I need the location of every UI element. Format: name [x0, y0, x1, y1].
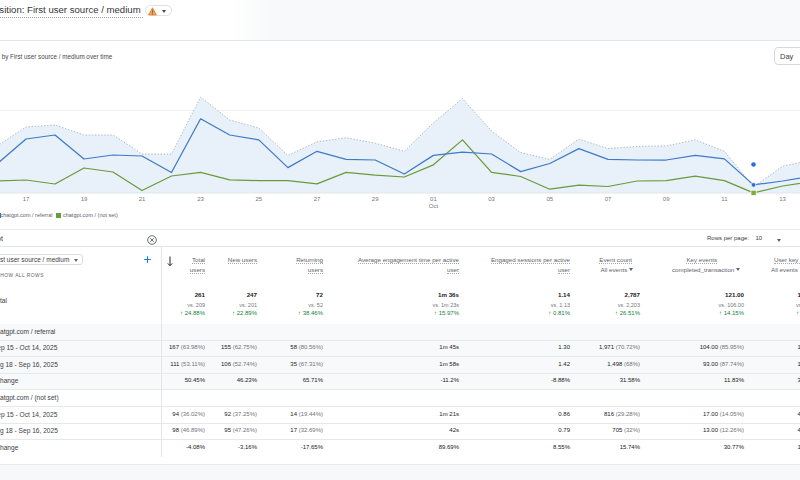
svg-text:11: 11	[721, 196, 728, 202]
svg-text:27: 27	[314, 196, 321, 202]
svg-text:09: 09	[663, 196, 670, 202]
svg-text:Oct: Oct	[429, 203, 439, 209]
svg-text:05: 05	[546, 196, 553, 202]
svg-text:07: 07	[605, 196, 612, 202]
svg-text:19: 19	[81, 196, 88, 202]
svg-text:29: 29	[372, 196, 379, 202]
svg-text:25: 25	[255, 196, 262, 202]
svg-text:01: 01	[430, 196, 437, 202]
svg-text:17: 17	[23, 196, 30, 202]
svg-text:03: 03	[488, 196, 495, 202]
svg-text:23: 23	[197, 196, 204, 202]
svg-text:13: 13	[779, 196, 786, 202]
svg-text:21: 21	[139, 196, 146, 202]
